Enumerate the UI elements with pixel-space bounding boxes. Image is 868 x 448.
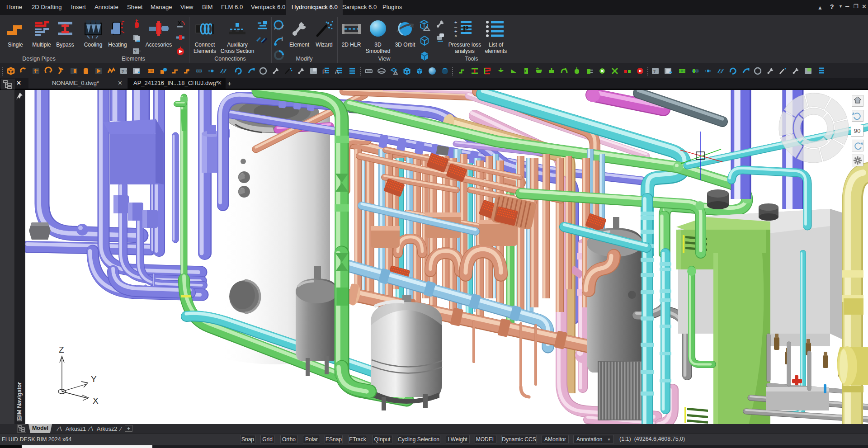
svg-text:Y: Y (91, 374, 97, 384)
svg-text:A: A (335, 69, 339, 75)
svg-text:×: × (454, 33, 457, 38)
svg-text:?: ? (122, 69, 124, 74)
svg-text:?: ? (134, 49, 137, 54)
svg-text:P: P (322, 69, 326, 75)
svg-text:P: P (462, 23, 468, 34)
svg-text:Z: Z (59, 345, 64, 354)
svg-text:12: 12 (277, 27, 281, 31)
svg-text:?: ? (653, 69, 656, 74)
svg-text:X: X (93, 396, 99, 406)
